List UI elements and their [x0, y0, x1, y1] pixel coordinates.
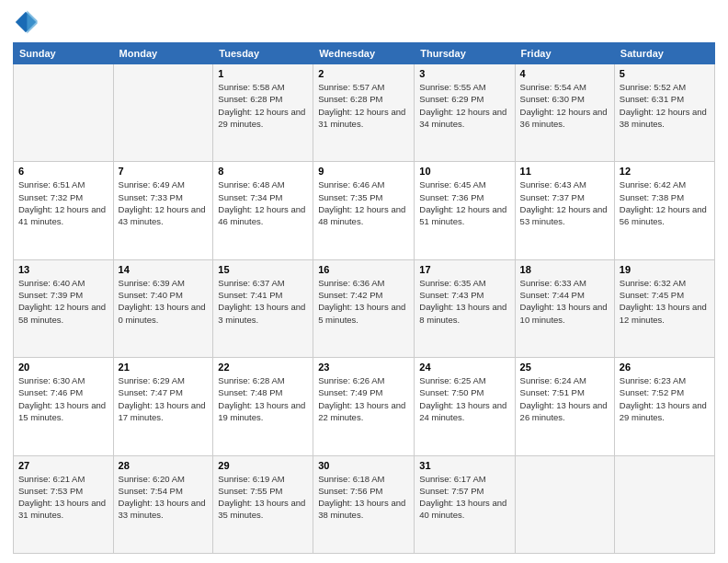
calendar-header-row: Sunday Monday Tuesday Wednesday Thursday…: [14, 43, 715, 64]
day-number: 20: [18, 362, 108, 373]
day-detail: Sunrise: 6:46 AM Sunset: 7:35 PM Dayligh…: [318, 178, 409, 227]
page-header: [13, 9, 715, 35]
svg-marker-1: [27, 10, 37, 33]
table-row: 14Sunrise: 6:39 AM Sunset: 7:40 PM Dayli…: [113, 259, 213, 357]
day-number: 1: [218, 68, 308, 79]
logo: [13, 9, 42, 35]
table-row: 15Sunrise: 6:37 AM Sunset: 7:41 PM Dayli…: [213, 259, 313, 357]
day-number: 6: [18, 166, 108, 177]
table-row: 11Sunrise: 6:43 AM Sunset: 7:37 PM Dayli…: [515, 162, 614, 259]
col-tuesday: Tuesday: [213, 43, 313, 64]
col-friday: Friday: [515, 43, 614, 64]
day-number: 5: [620, 68, 710, 79]
table-row: 13Sunrise: 6:40 AM Sunset: 7:39 PM Dayli…: [14, 259, 114, 357]
day-number: 12: [620, 166, 710, 177]
day-detail: Sunrise: 6:48 AM Sunset: 7:34 PM Dayligh…: [218, 178, 308, 227]
calendar-week-row: 20Sunrise: 6:30 AM Sunset: 7:46 PM Dayli…: [14, 358, 715, 455]
day-number: 2: [318, 68, 409, 79]
table-row: 17Sunrise: 6:35 AM Sunset: 7:43 PM Dayli…: [415, 259, 515, 357]
table-row: 28Sunrise: 6:20 AM Sunset: 7:54 PM Dayli…: [113, 455, 213, 553]
table-row: 10Sunrise: 6:45 AM Sunset: 7:36 PM Dayli…: [415, 162, 515, 259]
day-number: 25: [520, 362, 609, 373]
day-detail: Sunrise: 5:52 AM Sunset: 6:31 PM Dayligh…: [620, 81, 710, 130]
table-row: [515, 455, 614, 553]
day-number: 30: [318, 460, 409, 471]
table-row: 7Sunrise: 6:49 AM Sunset: 7:33 PM Daylig…: [113, 162, 213, 259]
day-detail: Sunrise: 6:30 AM Sunset: 7:46 PM Dayligh…: [18, 374, 108, 423]
day-number: 28: [119, 460, 209, 471]
day-detail: Sunrise: 6:43 AM Sunset: 7:37 PM Dayligh…: [520, 178, 609, 227]
day-detail: Sunrise: 5:57 AM Sunset: 6:28 PM Dayligh…: [318, 81, 409, 130]
table-row: 8Sunrise: 6:48 AM Sunset: 7:34 PM Daylig…: [213, 162, 313, 259]
table-row: [614, 455, 714, 553]
day-number: 23: [318, 362, 409, 373]
day-detail: Sunrise: 6:37 AM Sunset: 7:41 PM Dayligh…: [218, 277, 308, 326]
day-detail: Sunrise: 6:23 AM Sunset: 7:52 PM Dayligh…: [620, 374, 710, 423]
calendar-week-row: 27Sunrise: 6:21 AM Sunset: 7:53 PM Dayli…: [14, 455, 715, 553]
col-saturday: Saturday: [614, 43, 714, 64]
day-number: 10: [419, 166, 509, 177]
table-row: 23Sunrise: 6:26 AM Sunset: 7:49 PM Dayli…: [313, 358, 415, 455]
day-detail: Sunrise: 6:39 AM Sunset: 7:40 PM Dayligh…: [119, 277, 209, 326]
day-detail: Sunrise: 6:25 AM Sunset: 7:50 PM Dayligh…: [419, 374, 509, 423]
table-row: 31Sunrise: 6:17 AM Sunset: 7:57 PM Dayli…: [415, 455, 515, 553]
table-row: 29Sunrise: 6:19 AM Sunset: 7:55 PM Dayli…: [213, 455, 313, 553]
table-row: 26Sunrise: 6:23 AM Sunset: 7:52 PM Dayli…: [614, 358, 714, 455]
table-row: 22Sunrise: 6:28 AM Sunset: 7:48 PM Dayli…: [213, 358, 313, 455]
day-detail: Sunrise: 6:49 AM Sunset: 7:33 PM Dayligh…: [119, 178, 209, 227]
day-number: 22: [218, 362, 308, 373]
table-row: 25Sunrise: 6:24 AM Sunset: 7:51 PM Dayli…: [515, 358, 614, 455]
day-number: 15: [218, 264, 308, 275]
calendar-week-row: 13Sunrise: 6:40 AM Sunset: 7:39 PM Dayli…: [14, 259, 715, 357]
day-number: 19: [620, 264, 710, 275]
table-row: 5Sunrise: 5:52 AM Sunset: 6:31 PM Daylig…: [614, 64, 714, 162]
col-sunday: Sunday: [14, 43, 114, 64]
day-detail: Sunrise: 6:42 AM Sunset: 7:38 PM Dayligh…: [620, 178, 710, 227]
table-row: 18Sunrise: 6:33 AM Sunset: 7:44 PM Dayli…: [515, 259, 614, 357]
table-row: 19Sunrise: 6:32 AM Sunset: 7:45 PM Dayli…: [614, 259, 714, 357]
day-number: 24: [419, 362, 509, 373]
day-number: 8: [218, 166, 308, 177]
col-monday: Monday: [113, 43, 213, 64]
day-detail: Sunrise: 6:51 AM Sunset: 7:32 PM Dayligh…: [18, 178, 108, 227]
day-detail: Sunrise: 6:21 AM Sunset: 7:53 PM Dayligh…: [18, 473, 108, 522]
day-detail: Sunrise: 6:36 AM Sunset: 7:42 PM Dayligh…: [318, 277, 409, 326]
col-wednesday: Wednesday: [313, 43, 415, 64]
day-number: 21: [119, 362, 209, 373]
day-detail: Sunrise: 6:18 AM Sunset: 7:56 PM Dayligh…: [318, 473, 409, 522]
day-detail: Sunrise: 5:54 AM Sunset: 6:30 PM Dayligh…: [520, 81, 609, 130]
table-row: 4Sunrise: 5:54 AM Sunset: 6:30 PM Daylig…: [515, 64, 614, 162]
day-number: 4: [520, 68, 609, 79]
day-number: 31: [419, 460, 509, 471]
table-row: 20Sunrise: 6:30 AM Sunset: 7:46 PM Dayli…: [14, 358, 114, 455]
table-row: 30Sunrise: 6:18 AM Sunset: 7:56 PM Dayli…: [313, 455, 415, 553]
table-row: 21Sunrise: 6:29 AM Sunset: 7:47 PM Dayli…: [113, 358, 213, 455]
table-row: 16Sunrise: 6:36 AM Sunset: 7:42 PM Dayli…: [313, 259, 415, 357]
day-detail: Sunrise: 6:35 AM Sunset: 7:43 PM Dayligh…: [419, 277, 509, 326]
table-row: 24Sunrise: 6:25 AM Sunset: 7:50 PM Dayli…: [415, 358, 515, 455]
day-detail: Sunrise: 6:32 AM Sunset: 7:45 PM Dayligh…: [620, 277, 710, 326]
day-detail: Sunrise: 6:29 AM Sunset: 7:47 PM Dayligh…: [119, 374, 209, 423]
day-number: 26: [620, 362, 710, 373]
table-row: 6Sunrise: 6:51 AM Sunset: 7:32 PM Daylig…: [14, 162, 114, 259]
day-detail: Sunrise: 5:58 AM Sunset: 6:28 PM Dayligh…: [218, 81, 308, 130]
day-detail: Sunrise: 6:24 AM Sunset: 7:51 PM Dayligh…: [520, 374, 609, 423]
day-number: 7: [119, 166, 209, 177]
day-detail: Sunrise: 6:20 AM Sunset: 7:54 PM Dayligh…: [119, 473, 209, 522]
calendar-week-row: 6Sunrise: 6:51 AM Sunset: 7:32 PM Daylig…: [14, 162, 715, 259]
day-detail: Sunrise: 5:55 AM Sunset: 6:29 PM Dayligh…: [419, 81, 509, 130]
day-detail: Sunrise: 6:45 AM Sunset: 7:36 PM Dayligh…: [419, 178, 509, 227]
day-number: 13: [18, 264, 108, 275]
table-row: [14, 64, 114, 162]
table-row: 27Sunrise: 6:21 AM Sunset: 7:53 PM Dayli…: [14, 455, 114, 553]
table-row: 2Sunrise: 5:57 AM Sunset: 6:28 PM Daylig…: [313, 64, 415, 162]
col-thursday: Thursday: [415, 43, 515, 64]
table-row: 12Sunrise: 6:42 AM Sunset: 7:38 PM Dayli…: [614, 162, 714, 259]
calendar-week-row: 1Sunrise: 5:58 AM Sunset: 6:28 PM Daylig…: [14, 64, 715, 162]
day-number: 27: [18, 460, 108, 471]
table-row: 3Sunrise: 5:55 AM Sunset: 6:29 PM Daylig…: [415, 64, 515, 162]
day-number: 17: [419, 264, 509, 275]
day-detail: Sunrise: 6:28 AM Sunset: 7:48 PM Dayligh…: [218, 374, 308, 423]
day-number: 18: [520, 264, 609, 275]
day-number: 11: [520, 166, 609, 177]
